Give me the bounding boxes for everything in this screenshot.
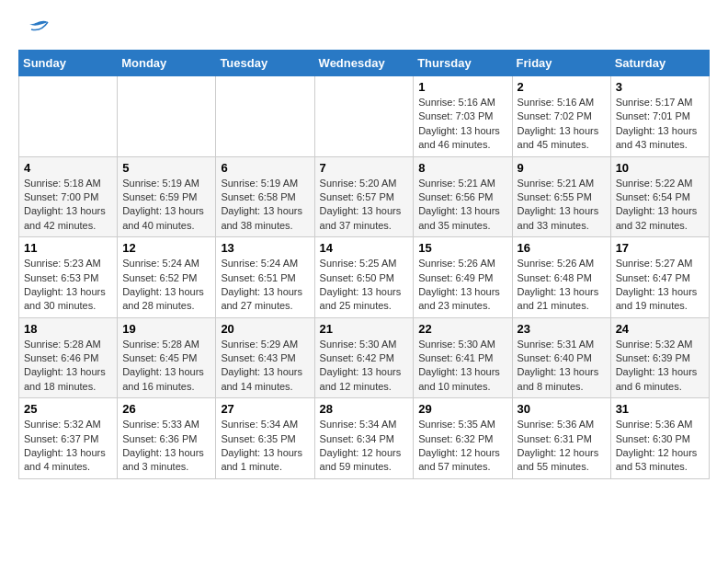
day-number: 6 <box>221 161 309 175</box>
day-info: Sunrise: 5:17 AMSunset: 7:01 PMDaylight:… <box>616 96 704 153</box>
calendar-cell: 31Sunrise: 5:36 AMSunset: 6:30 PMDayligh… <box>610 398 709 479</box>
weekday-header-thursday: Thursday <box>414 51 512 76</box>
day-number: 10 <box>616 161 704 175</box>
day-number: 21 <box>320 322 409 336</box>
day-info: Sunrise: 5:36 AMSunset: 6:31 PMDaylight:… <box>518 418 606 475</box>
day-number: 31 <box>616 402 704 416</box>
day-number: 2 <box>518 80 606 94</box>
logo <box>18 18 51 40</box>
day-number: 16 <box>518 241 606 255</box>
calendar-cell: 21Sunrise: 5:30 AMSunset: 6:42 PMDayligh… <box>314 317 414 398</box>
day-number: 18 <box>24 322 112 336</box>
calendar-cell: 22Sunrise: 5:30 AMSunset: 6:41 PMDayligh… <box>414 317 512 398</box>
calendar-cell <box>118 76 216 157</box>
day-info: Sunrise: 5:24 AMSunset: 6:51 PMDaylight:… <box>221 257 309 314</box>
calendar-cell: 12Sunrise: 5:24 AMSunset: 6:52 PMDayligh… <box>118 237 216 318</box>
day-number: 9 <box>518 161 606 175</box>
day-info: Sunrise: 5:32 AMSunset: 6:37 PMDaylight:… <box>24 418 112 475</box>
day-info: Sunrise: 5:27 AMSunset: 6:47 PMDaylight:… <box>616 257 704 314</box>
calendar-cell: 4Sunrise: 5:18 AMSunset: 7:00 PMDaylight… <box>19 156 118 237</box>
day-number: 27 <box>221 402 309 416</box>
day-info: Sunrise: 5:28 AMSunset: 6:45 PMDaylight:… <box>122 338 210 395</box>
day-number: 20 <box>221 322 309 336</box>
page-header <box>18 18 710 40</box>
day-number: 17 <box>616 241 704 255</box>
day-info: Sunrise: 5:29 AMSunset: 6:43 PMDaylight:… <box>221 338 309 395</box>
day-number: 13 <box>221 241 309 255</box>
calendar-cell: 16Sunrise: 5:26 AMSunset: 6:48 PMDayligh… <box>512 237 610 318</box>
day-number: 19 <box>122 322 210 336</box>
calendar-cell: 28Sunrise: 5:34 AMSunset: 6:34 PMDayligh… <box>314 398 414 479</box>
weekday-header-row: SundayMondayTuesdayWednesdayThursdayFrid… <box>19 51 710 76</box>
day-info: Sunrise: 5:34 AMSunset: 6:34 PMDaylight:… <box>320 418 409 475</box>
day-info: Sunrise: 5:30 AMSunset: 6:42 PMDaylight:… <box>320 338 409 395</box>
calendar-cell: 3Sunrise: 5:17 AMSunset: 7:01 PMDaylight… <box>610 76 709 157</box>
weekday-header-friday: Friday <box>512 51 610 76</box>
calendar-week-row: 25Sunrise: 5:32 AMSunset: 6:37 PMDayligh… <box>19 398 710 479</box>
calendar-week-row: 4Sunrise: 5:18 AMSunset: 7:00 PMDaylight… <box>19 156 710 237</box>
day-number: 26 <box>122 402 210 416</box>
calendar-cell: 18Sunrise: 5:28 AMSunset: 6:46 PMDayligh… <box>19 317 118 398</box>
day-number: 5 <box>122 161 210 175</box>
day-info: Sunrise: 5:16 AMSunset: 7:03 PMDaylight:… <box>418 96 506 153</box>
calendar-cell: 29Sunrise: 5:35 AMSunset: 6:32 PMDayligh… <box>414 398 512 479</box>
calendar-cell: 13Sunrise: 5:24 AMSunset: 6:51 PMDayligh… <box>216 237 314 318</box>
day-info: Sunrise: 5:26 AMSunset: 6:49 PMDaylight:… <box>418 257 506 314</box>
day-info: Sunrise: 5:31 AMSunset: 6:40 PMDaylight:… <box>518 338 606 395</box>
calendar-cell: 6Sunrise: 5:19 AMSunset: 6:58 PMDaylight… <box>216 156 314 237</box>
weekday-header-sunday: Sunday <box>19 51 118 76</box>
day-info: Sunrise: 5:33 AMSunset: 6:36 PMDaylight:… <box>122 418 210 475</box>
calendar-cell: 2Sunrise: 5:16 AMSunset: 7:02 PMDaylight… <box>512 76 610 157</box>
day-info: Sunrise: 5:30 AMSunset: 6:41 PMDaylight:… <box>418 338 506 395</box>
day-number: 23 <box>518 322 606 336</box>
day-info: Sunrise: 5:19 AMSunset: 6:58 PMDaylight:… <box>221 177 309 234</box>
day-info: Sunrise: 5:26 AMSunset: 6:48 PMDaylight:… <box>518 257 606 314</box>
calendar-cell: 19Sunrise: 5:28 AMSunset: 6:45 PMDayligh… <box>118 317 216 398</box>
calendar-cell <box>19 76 118 157</box>
day-info: Sunrise: 5:36 AMSunset: 6:30 PMDaylight:… <box>616 418 704 475</box>
calendar-cell: 1Sunrise: 5:16 AMSunset: 7:03 PMDaylight… <box>414 76 512 157</box>
day-number: 30 <box>518 402 606 416</box>
day-number: 15 <box>418 241 506 255</box>
calendar-cell: 15Sunrise: 5:26 AMSunset: 6:49 PMDayligh… <box>414 237 512 318</box>
calendar-cell: 24Sunrise: 5:32 AMSunset: 6:39 PMDayligh… <box>610 317 709 398</box>
calendar-week-row: 18Sunrise: 5:28 AMSunset: 6:46 PMDayligh… <box>19 317 710 398</box>
day-info: Sunrise: 5:21 AMSunset: 6:55 PMDaylight:… <box>518 177 606 234</box>
calendar-cell <box>216 76 314 157</box>
calendar-cell: 5Sunrise: 5:19 AMSunset: 6:59 PMDaylight… <box>118 156 216 237</box>
day-number: 25 <box>24 402 112 416</box>
day-info: Sunrise: 5:34 AMSunset: 6:35 PMDaylight:… <box>221 418 309 475</box>
calendar-cell: 30Sunrise: 5:36 AMSunset: 6:31 PMDayligh… <box>512 398 610 479</box>
day-number: 24 <box>616 322 704 336</box>
day-info: Sunrise: 5:32 AMSunset: 6:39 PMDaylight:… <box>616 338 704 395</box>
calendar-cell: 27Sunrise: 5:34 AMSunset: 6:35 PMDayligh… <box>216 398 314 479</box>
calendar-cell: 17Sunrise: 5:27 AMSunset: 6:47 PMDayligh… <box>610 237 709 318</box>
day-number: 8 <box>418 161 506 175</box>
day-info: Sunrise: 5:20 AMSunset: 6:57 PMDaylight:… <box>320 177 409 234</box>
day-info: Sunrise: 5:22 AMSunset: 6:54 PMDaylight:… <box>616 177 704 234</box>
calendar-cell: 9Sunrise: 5:21 AMSunset: 6:55 PMDaylight… <box>512 156 610 237</box>
day-info: Sunrise: 5:35 AMSunset: 6:32 PMDaylight:… <box>418 418 506 475</box>
day-info: Sunrise: 5:16 AMSunset: 7:02 PMDaylight:… <box>518 96 606 153</box>
calendar-table: SundayMondayTuesdayWednesdayThursdayFrid… <box>18 50 710 479</box>
calendar-cell: 8Sunrise: 5:21 AMSunset: 6:56 PMDaylight… <box>414 156 512 237</box>
weekday-header-saturday: Saturday <box>610 51 709 76</box>
calendar-week-row: 11Sunrise: 5:23 AMSunset: 6:53 PMDayligh… <box>19 237 710 318</box>
day-number: 12 <box>122 241 210 255</box>
weekday-header-monday: Monday <box>118 51 216 76</box>
calendar-cell: 11Sunrise: 5:23 AMSunset: 6:53 PMDayligh… <box>19 237 118 318</box>
day-info: Sunrise: 5:25 AMSunset: 6:50 PMDaylight:… <box>320 257 409 314</box>
calendar-cell: 10Sunrise: 5:22 AMSunset: 6:54 PMDayligh… <box>610 156 709 237</box>
day-number: 29 <box>418 402 506 416</box>
day-number: 11 <box>24 241 112 255</box>
day-number: 1 <box>418 80 506 94</box>
day-number: 4 <box>24 161 112 175</box>
day-info: Sunrise: 5:23 AMSunset: 6:53 PMDaylight:… <box>24 257 112 314</box>
day-number: 28 <box>320 402 409 416</box>
calendar-cell: 14Sunrise: 5:25 AMSunset: 6:50 PMDayligh… <box>314 237 414 318</box>
calendar-cell: 23Sunrise: 5:31 AMSunset: 6:40 PMDayligh… <box>512 317 610 398</box>
calendar-cell: 7Sunrise: 5:20 AMSunset: 6:57 PMDaylight… <box>314 156 414 237</box>
calendar-cell <box>314 76 414 157</box>
calendar-cell: 26Sunrise: 5:33 AMSunset: 6:36 PMDayligh… <box>118 398 216 479</box>
logo-bird-icon <box>22 18 51 40</box>
